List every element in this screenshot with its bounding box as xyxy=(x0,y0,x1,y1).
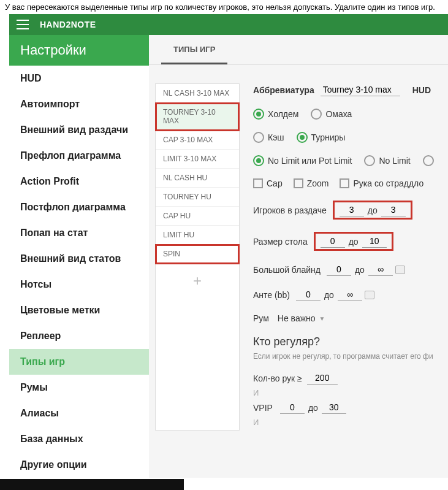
sidebar-item-hand-appearance[interactable]: Внешний вид раздачи xyxy=(9,117,149,143)
table-range: до xyxy=(314,232,393,251)
checkbox-zoom[interactable]: Zoom xyxy=(294,178,329,188)
radio-icon xyxy=(253,109,264,120)
sidebar-item-database[interactable]: База данных xyxy=(9,426,149,452)
radio-icon xyxy=(253,155,264,166)
content: Настройки HUD Автоимпорт Внешний вид раз… xyxy=(9,35,448,478)
sidebar-item-postflop-diagram[interactable]: Постфлоп диаграмма xyxy=(9,194,149,220)
main-panel: ТИПЫ ИГР NL CASH 3-10 MAX TOURNEY 3-10 M… xyxy=(149,35,448,478)
radio-icon xyxy=(364,155,375,166)
and-separator: И xyxy=(253,388,448,397)
radio-holdem[interactable]: Холдем xyxy=(253,109,298,120)
hands-input[interactable] xyxy=(307,372,338,385)
ante-from-input[interactable] xyxy=(296,288,321,301)
tabs: ТИПЫ ИГР xyxy=(149,35,448,65)
range-sep: до xyxy=(308,403,318,413)
sidebar-item-aliases[interactable]: Алиасы xyxy=(9,400,149,426)
table-to-input[interactable] xyxy=(362,235,387,248)
checkbox-icon xyxy=(294,178,303,188)
bb-label: Большой блайнд xyxy=(253,265,321,275)
reg-section-sub: Если игрок не регуляр, то программа счит… xyxy=(253,352,448,361)
type-item-cap310[interactable]: CAP 3-10 MAX xyxy=(156,131,239,150)
app-title: HAND2NOTE xyxy=(40,20,96,29)
table-from-input[interactable] xyxy=(321,235,345,248)
radio-icon xyxy=(297,132,308,143)
bb-to-input[interactable] xyxy=(368,263,393,276)
sidebar-item-autoimport[interactable]: Автоимпорт xyxy=(9,91,149,117)
range-sep: до xyxy=(368,205,378,215)
sidebar-item-replayer[interactable]: Реплеер xyxy=(9,323,149,349)
topbar: HAND2NOTE xyxy=(9,14,448,35)
hud-label[interactable]: HUD xyxy=(412,85,431,95)
add-type-button[interactable]: + xyxy=(156,264,239,298)
abbr-input[interactable] xyxy=(321,83,400,96)
room-value: Не важно xyxy=(278,313,316,323)
radio-icon xyxy=(423,155,434,166)
table-size-label: Размер стола xyxy=(253,237,308,247)
room-label: Рум xyxy=(253,313,269,323)
lock-icon[interactable] xyxy=(365,291,374,299)
players-range: до xyxy=(333,201,412,220)
sidebar-header: Настройки xyxy=(9,35,149,66)
type-item-nlcashhu[interactable]: NL CASH HU xyxy=(156,169,239,188)
details-panel: Аббревиатура HUD Холдем Омаха Кэш Турнир… xyxy=(240,83,448,431)
type-item-spin[interactable]: SPIN xyxy=(156,245,239,264)
sidebar-item-action-profit[interactable]: Action Profit xyxy=(9,169,149,194)
type-item-caphu[interactable]: CAP HU xyxy=(156,207,239,226)
type-item-tourneyhu[interactable]: TOURNEY HU xyxy=(156,188,239,207)
sidebar-item-color-tags[interactable]: Цветовые метки xyxy=(9,297,149,323)
reg-section-title: Кто регуляр? xyxy=(253,335,448,348)
room-dropdown[interactable]: Не важно ▼ xyxy=(278,313,325,323)
sidebar: Настройки HUD Автоимпорт Внешний вид раз… xyxy=(9,35,149,478)
type-item-limithu[interactable]: LIMIT HU xyxy=(156,226,239,245)
radio-nl-pl[interactable]: No Limit или Pot Limit xyxy=(253,155,352,166)
panel: NL CASH 3-10 MAX TOURNEY 3-10 MAX CAP 3-… xyxy=(149,65,448,431)
sidebar-item-notes[interactable]: Нотсы xyxy=(9,272,149,297)
range-sep: до xyxy=(349,237,359,247)
vpip-from-input[interactable] xyxy=(280,401,305,414)
ante-to-input[interactable] xyxy=(338,288,362,301)
tab-game-types[interactable]: ТИПЫ ИГР xyxy=(161,35,227,64)
radio-icon xyxy=(253,132,264,143)
radio-omaha[interactable]: Омаха xyxy=(311,109,352,120)
instruction-text: У вас пересекаются выделенные типы игр п… xyxy=(0,0,448,14)
sidebar-item-stats-appearance[interactable]: Внешний вид статов xyxy=(9,246,149,272)
ante-label: Анте (bb) xyxy=(253,290,290,300)
sidebar-item-hud[interactable]: HUD xyxy=(9,66,149,91)
sidebar-item-popup-stat[interactable]: Попап на стат xyxy=(9,220,149,246)
radio-cash[interactable]: Кэш xyxy=(253,132,284,143)
sidebar-item-preflop-diagram[interactable]: Префлоп диаграмма xyxy=(9,143,149,169)
app-window: HAND2NOTE Настройки HUD Автоимпорт Внешн… xyxy=(9,14,448,478)
vpip-to-input[interactable] xyxy=(322,401,346,414)
game-types-list: NL CASH 3-10 MAX TOURNEY 3-10 MAX CAP 3-… xyxy=(155,83,240,431)
radio-extra[interactable] xyxy=(423,155,438,166)
players-label: Игроков в раздаче xyxy=(253,205,327,215)
sidebar-item-other-options[interactable]: Другие опции xyxy=(9,452,149,478)
checkbox-icon xyxy=(340,178,349,188)
type-item-tourney310[interactable]: TOURNEY 3-10 MAX xyxy=(156,103,239,131)
radio-tourney[interactable]: Турниры xyxy=(297,132,346,143)
sidebar-item-rooms[interactable]: Румы xyxy=(9,375,149,400)
range-sep: до xyxy=(355,265,365,275)
bottom-bar xyxy=(0,479,184,490)
type-item-limit310[interactable]: LIMIT 3-10 MAX xyxy=(156,150,239,169)
chevron-down-icon: ▼ xyxy=(319,315,325,322)
type-item-nlcash310[interactable]: NL CASH 3-10 MAX xyxy=(156,84,239,103)
and-separator: И xyxy=(253,418,448,427)
checkbox-icon xyxy=(253,178,263,188)
players-to-input[interactable] xyxy=(381,204,406,216)
vpip-label: VPIP xyxy=(253,403,273,413)
radio-icon xyxy=(311,109,322,120)
checkbox-cap[interactable]: Cap xyxy=(253,178,283,188)
lock-icon[interactable] xyxy=(395,266,405,274)
checkbox-straddle[interactable]: Рука со страддло xyxy=(340,178,423,188)
hamburger-icon[interactable] xyxy=(17,20,29,29)
hands-label: Кол-во рук ≥ xyxy=(253,373,302,383)
sidebar-item-game-types[interactable]: Типы игр xyxy=(9,349,149,375)
range-sep: до xyxy=(324,290,334,300)
bb-from-input[interactable] xyxy=(327,263,351,276)
radio-nl[interactable]: No Limit xyxy=(364,155,410,166)
abbr-label: Аббревиатура xyxy=(253,85,314,95)
players-from-input[interactable] xyxy=(340,204,364,216)
